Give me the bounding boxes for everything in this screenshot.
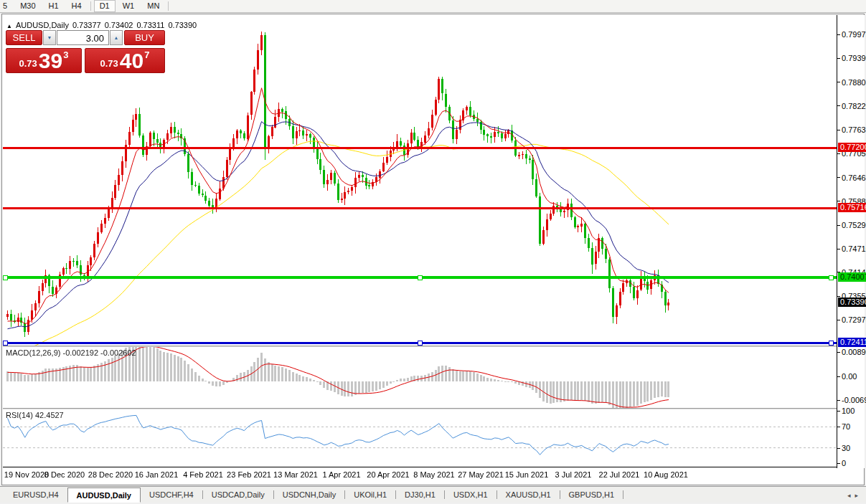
axis-tick (837, 105, 840, 106)
date-tick-label: 8 Dec 2020 (44, 470, 85, 479)
tab-separator (623, 490, 623, 499)
chart-tab-usdchf-h4[interactable]: USDCHF,H4 (141, 488, 202, 502)
date-tick-label: 22 Jul 2021 (599, 470, 640, 479)
axis-tick (837, 249, 840, 249)
macd-scale-label: 0.00 (842, 372, 866, 381)
axis-tick (837, 296, 840, 297)
sell-price-point: 3 (63, 49, 68, 60)
buy-price-pips: 40 (120, 51, 143, 71)
sell-price-prefix: 0.73 (19, 58, 37, 69)
axis-tick (837, 58, 840, 59)
axis-tick (837, 400, 840, 401)
date-tick-label: 10 Aug 2021 (644, 470, 688, 479)
toolbar-separator (90, 1, 91, 11)
axis-tick (837, 352, 840, 353)
timeframe-button-h1[interactable]: H1 (43, 0, 65, 12)
rsi-scale-label: 70 (842, 422, 866, 431)
chart-tab-eurusd-h4[interactable]: EURUSD,H4 (4, 488, 67, 502)
rsi-scale-label: 0 (842, 459, 866, 467)
date-tick-label: 13 Mar 2021 (273, 470, 318, 479)
price-badge: 0.72411 (838, 338, 866, 347)
chart-tab-ukoil-h1[interactable]: UKOil,H1 (345, 488, 395, 502)
chart-tab-dj30-h1[interactable]: DJ30,H1 (396, 488, 444, 502)
buy-price-point: 7 (144, 49, 149, 60)
chart-tab-xauusd-h1[interactable]: XAUUSD,H1 (497, 488, 560, 502)
chart-tab-usdx-h1[interactable]: USDX,H1 (445, 488, 496, 502)
axis-tick (837, 320, 840, 320)
date-tick-label: 23 Feb 2021 (227, 470, 271, 479)
chart-window: ▲AUDUSD,Daily0.733770.734020.733110.7339… (1, 14, 865, 485)
buy-price-prefix: 0.73 (100, 58, 118, 69)
ohlc-open: 0.73377 (72, 21, 101, 29)
date-tick-label: 19 Nov 2020 (4, 470, 49, 479)
axis-tick (837, 130, 840, 130)
date-tick-label: 27 May 2021 (458, 470, 504, 479)
price-tick-label: 0.74710 (842, 244, 866, 253)
timeframe-button-m30[interactable]: M30 (14, 0, 41, 12)
chart-tab-gbpusd-h1[interactable]: GBPUSD,H1 (560, 488, 623, 502)
axis-tick (837, 153, 840, 154)
timeframe-button-d1[interactable]: D1 (94, 0, 116, 12)
axis-tick (837, 427, 840, 427)
sell-price-button[interactable]: 0.73393 (6, 48, 82, 73)
buy-price-button[interactable]: 0.73407 (85, 48, 165, 73)
price-badge: 0.73390 (838, 298, 866, 307)
price-badge: 0.77200 (838, 143, 866, 152)
symbol-period-label: AUDUSD,Daily (16, 21, 69, 29)
chart-tab-audusd-daily[interactable]: AUDUSD,Daily (67, 488, 141, 503)
macd-indicator-label: MACD(12,26,9) -0.002192 -0.002602 (6, 348, 136, 357)
tab-scroll-left-icon: ◂ (847, 492, 855, 499)
toolbar-separator (168, 1, 169, 11)
timeframe-button-mn[interactable]: MN (141, 0, 165, 12)
timeframe-button-h4[interactable]: H4 (66, 0, 88, 12)
ohlc-high: 0.73402 (105, 21, 133, 29)
axis-tick (837, 448, 840, 449)
date-tick-label: 8 May 2021 (413, 470, 454, 479)
macd-scale-label: -0.006977 (842, 396, 866, 404)
volume-increase-button[interactable]: ▴ (110, 30, 123, 45)
date-tick-label: 4 Feb 2021 (183, 470, 223, 479)
ohlc-low: 0.73311 (136, 21, 164, 29)
price-tick-label: 0.78220 (842, 102, 866, 110)
chart-tab-usdcnh-daily[interactable]: USDCNH,Daily (274, 488, 345, 502)
axis-tick (837, 82, 840, 82)
tab-scroll-right-icon: ▸ (855, 492, 862, 499)
rsi-scale-label: 30 (842, 444, 866, 452)
price-tick-label: 0.79975 (842, 30, 866, 39)
sell-button[interactable]: SELL (6, 30, 42, 45)
timeframe-button-5[interactable]: 5 (0, 0, 13, 12)
date-tick-label: 15 Jun 2021 (505, 470, 549, 479)
axis-tick (837, 34, 840, 35)
mt4-terminal: 5M30H1H4D1W1MN ▲AUDUSD,Daily0.733770.734… (0, 0, 866, 504)
axis-tick (837, 177, 840, 178)
date-tick-label: 16 Jan 2021 (135, 470, 179, 479)
price-scale: 0.799750.793900.788050.782200.776350.770… (837, 15, 865, 468)
chart-title: ▲AUDUSD,Daily0.733770.734020.733110.7339… (6, 21, 197, 29)
axis-tick (837, 463, 840, 464)
rsi-scale-label: 100 (842, 406, 866, 415)
buy-button[interactable]: BUY (124, 30, 165, 45)
axis-tick (837, 201, 840, 201)
candlestick-chart-canvas[interactable] (3, 15, 837, 468)
axis-tick (837, 411, 840, 412)
price-tick-label: 0.79390 (842, 54, 866, 62)
rsi-indicator-label: RSI(14) 42.4527 (6, 411, 64, 419)
tab-scroll-arrows[interactable]: ◂▸ (847, 492, 862, 499)
price-badge: 0.74007 (838, 272, 866, 282)
price-tick-label: 0.76465 (842, 173, 866, 182)
collapse-arrow-icon[interactable]: ▲ (6, 23, 12, 29)
timeframe-button-w1[interactable]: W1 (117, 0, 141, 12)
sell-price-pips: 39 (39, 51, 62, 71)
price-tick-label: 0.77635 (842, 125, 866, 134)
date-tick-label: 3 Jul 2021 (555, 470, 592, 479)
date-tick-label: 20 Apr 2021 (367, 470, 409, 479)
one-click-trading-widget: SELL ▾ 3.00 ▴ BUY 0.73393 0.73407 (6, 30, 165, 73)
price-tick-label: 0.78805 (842, 78, 866, 87)
volume-input[interactable]: 3.00 (57, 30, 109, 45)
chart-tab-usdcad-daily[interactable]: USDCAD,Daily (203, 488, 273, 502)
axis-tick (837, 225, 840, 226)
date-tick-label: 1 Apr 2021 (322, 470, 360, 479)
date-tick-label: 28 Dec 2020 (88, 470, 133, 479)
volume-decrease-button[interactable]: ▾ (43, 30, 56, 45)
price-badge: 0.75716 (838, 203, 866, 212)
